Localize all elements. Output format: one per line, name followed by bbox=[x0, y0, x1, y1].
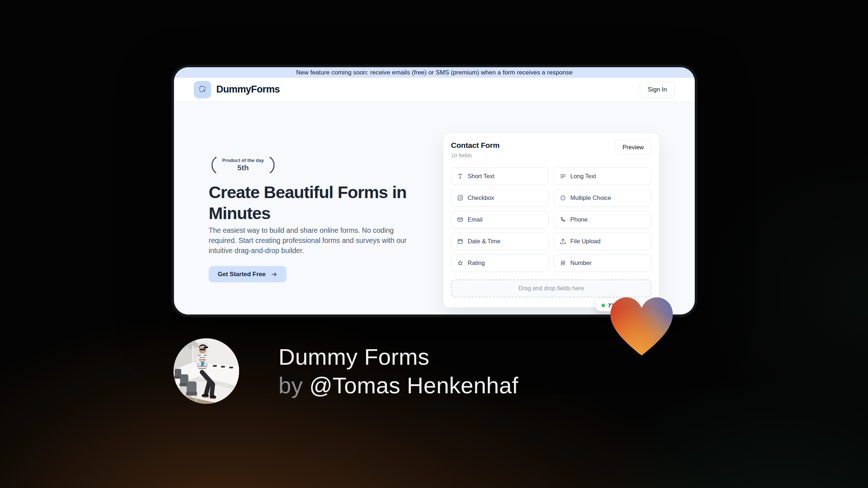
field-chip-date-time[interactable]: Date & Time bbox=[451, 232, 549, 250]
field-chip-label: Rating bbox=[468, 260, 485, 266]
hero-description: The easiest way to build and share onlin… bbox=[209, 225, 418, 256]
field-chip-number[interactable]: Number bbox=[554, 254, 651, 272]
award-title: Product of the day bbox=[222, 158, 264, 163]
brand-logo[interactable] bbox=[194, 81, 211, 98]
icon-checkbox bbox=[457, 194, 464, 201]
announcement-banner: New feature coming soon: receive emails … bbox=[174, 67, 695, 78]
sign-in-button[interactable]: Sign In bbox=[640, 82, 675, 98]
arrow-right-icon bbox=[271, 271, 277, 278]
get-started-button[interactable]: Get Started Free bbox=[209, 266, 286, 282]
field-chip-short-text[interactable]: Short Text bbox=[451, 167, 549, 185]
field-chip-multiple-choice[interactable]: Multiple Choice bbox=[554, 189, 651, 207]
gradient-heart-icon bbox=[606, 293, 677, 359]
get-started-label: Get Started Free bbox=[218, 271, 265, 278]
icon-long-text bbox=[559, 173, 566, 180]
site-header: DummyForms Sign In bbox=[174, 78, 695, 102]
icon-upload bbox=[559, 238, 566, 245]
author-handle: @Tomas Henkenhaf bbox=[309, 373, 518, 398]
field-chip-label: Multiple Choice bbox=[570, 194, 611, 201]
laurel-left-icon bbox=[209, 156, 218, 174]
browser-window-mockup: New feature coming soon: receive emails … bbox=[174, 67, 695, 314]
field-chip-label: Short Text bbox=[468, 173, 494, 180]
field-chip-rating[interactable]: Rating bbox=[451, 254, 549, 272]
icon-short-text bbox=[457, 173, 464, 180]
byline-prefix: by bbox=[278, 373, 309, 398]
hero-headline: Create Beautiful Forms in Minutes bbox=[209, 182, 433, 224]
hero-section: Product of the day 5th Create Beautiful … bbox=[174, 102, 695, 314]
attribution-text: Dummy Forms by @Tomas Henkenhaf bbox=[278, 343, 518, 400]
avatar-photo-illustration bbox=[174, 338, 239, 404]
field-chip-label: Email bbox=[468, 216, 482, 223]
field-grid: Short Text Long Text Checkbox Multiple C… bbox=[451, 167, 651, 272]
field-chip-phone[interactable]: Phone bbox=[554, 211, 651, 228]
field-chip-email[interactable]: Email bbox=[451, 211, 549, 228]
form-builder-card: Contact Form 10 fields Preview Short Tex… bbox=[443, 133, 659, 308]
dashed-cursor-logo-icon bbox=[198, 85, 208, 94]
preview-button[interactable]: Preview bbox=[615, 140, 651, 155]
icon-email bbox=[457, 216, 464, 223]
field-chip-label: Long Text bbox=[570, 173, 596, 180]
field-chip-label: Checkbox bbox=[468, 194, 494, 201]
attribution-byline: by @Tomas Henkenhaf bbox=[278, 371, 518, 400]
field-chip-long-text[interactable]: Long Text bbox=[554, 167, 651, 185]
field-chip-label: File Upload bbox=[570, 238, 600, 245]
attribution-title: Dummy Forms bbox=[278, 343, 518, 371]
field-chip-label: Date & Time bbox=[468, 238, 501, 245]
icon-phone bbox=[559, 216, 566, 223]
laurel-right-icon bbox=[268, 156, 277, 174]
field-chip-checkbox[interactable]: Checkbox bbox=[451, 189, 549, 207]
award-rank: 5th bbox=[237, 163, 249, 172]
icon-multiple-choice bbox=[559, 194, 566, 201]
author-avatar bbox=[174, 338, 239, 404]
dropzone-label: Drag and drop fields here bbox=[519, 285, 584, 292]
online-dot-icon bbox=[601, 304, 605, 307]
icon-star bbox=[457, 260, 464, 266]
icon-calendar bbox=[457, 238, 464, 245]
icon-hash bbox=[559, 260, 566, 266]
field-chip-label: Phone bbox=[570, 216, 588, 223]
field-chip-label: Number bbox=[570, 260, 592, 266]
field-chip-file-upload[interactable]: File Upload bbox=[554, 232, 651, 250]
brand-name[interactable]: DummyForms bbox=[216, 84, 280, 95]
announcement-text: New feature coming soon: receive emails … bbox=[296, 69, 573, 76]
product-of-the-day-badge: Product of the day 5th bbox=[209, 156, 277, 174]
